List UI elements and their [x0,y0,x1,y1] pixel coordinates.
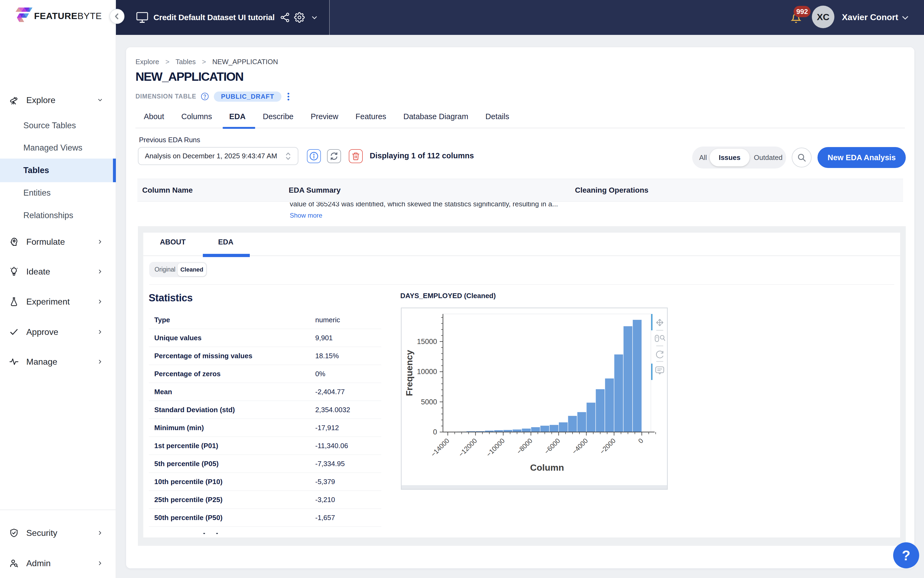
svg-text:0: 0 [637,437,645,445]
svg-text:Frequency: Frequency [404,350,414,396]
svg-text:−10000: −10000 [485,437,506,458]
svg-text:Column: Column [530,462,564,472]
svg-text:−8000: −8000 [515,437,533,455]
svg-text:−6000: −6000 [543,437,561,455]
svg-text:−12000: −12000 [457,437,478,458]
svg-text:−14000: −14000 [429,437,451,458]
svg-text:−2000: −2000 [598,437,617,455]
svg-text:−4000: −4000 [571,437,589,455]
svg-text:10000: 10000 [417,368,437,376]
svg-text:5000: 5000 [421,398,437,406]
svg-text:15000: 15000 [417,338,437,346]
svg-text:0: 0 [433,428,437,436]
